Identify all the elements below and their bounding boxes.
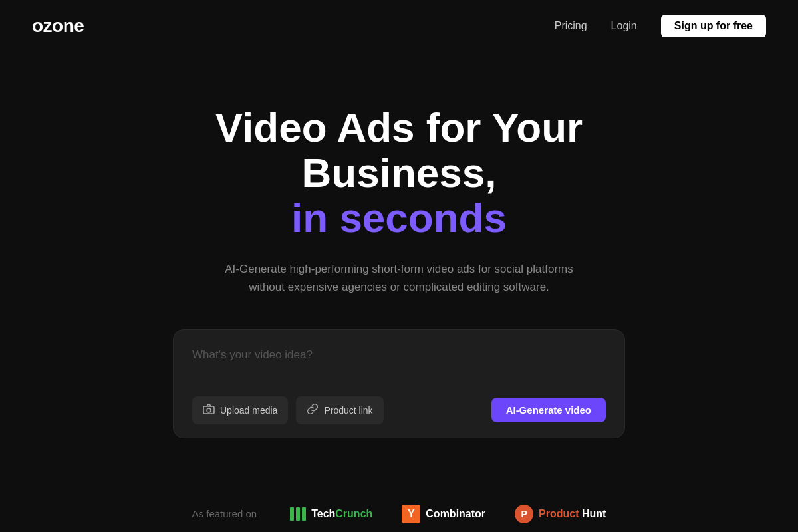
hero-title: Video Ads for Your Business, in seconds <box>133 105 665 241</box>
producthunt-logo: P Product Hunt <box>515 505 606 523</box>
camera-icon <box>203 403 215 418</box>
header: ozone Pricing Login Sign up for free <box>0 0 798 52</box>
techcrunch-logo: TechCrunch <box>289 505 372 523</box>
yc-badge: Y <box>402 505 420 523</box>
ai-generate-button[interactable]: AI-Generate video <box>491 398 606 422</box>
ycombinator-text: Combinator <box>426 508 485 520</box>
svg-rect-2 <box>290 507 294 521</box>
logo[interactable]: ozone <box>32 15 84 37</box>
featured-section: As featured on TechCrunch Y Combinator P… <box>0 505 798 523</box>
svg-rect-3 <box>296 507 300 521</box>
upload-media-label: Upload media <box>220 405 277 416</box>
hero-title-line1: Video Ads for Your Business, <box>215 104 583 196</box>
video-idea-input-box: Upload media Product link AI-Generate vi… <box>173 329 625 438</box>
svg-rect-4 <box>302 507 306 521</box>
ycombinator-logo: Y Combinator <box>402 505 485 523</box>
upload-media-button[interactable]: Upload media <box>192 396 288 424</box>
video-idea-textarea[interactable] <box>192 348 606 382</box>
product-link-label: Product link <box>324 405 372 416</box>
techcrunch-icon <box>289 505 307 523</box>
nav-pricing[interactable]: Pricing <box>555 20 587 32</box>
featured-label: As featured on <box>192 508 257 519</box>
input-actions: Upload media Product link AI-Generate vi… <box>192 396 606 424</box>
hero-title-line2: in seconds <box>291 195 507 241</box>
hero-section: Video Ads for Your Business, in seconds … <box>0 52 798 465</box>
featured-logos: TechCrunch Y Combinator P Product Hunt <box>289 505 606 523</box>
producthunt-text: Product Hunt <box>539 508 606 520</box>
link-icon <box>307 403 319 418</box>
nav-signup[interactable]: Sign up for free <box>661 15 766 37</box>
nav: Pricing Login Sign up for free <box>555 15 766 37</box>
hero-subtitle: AI-Generate high-performing short-form v… <box>206 260 592 296</box>
techcrunch-text: TechCrunch <box>311 508 372 520</box>
ph-badge: P <box>515 505 533 523</box>
product-link-button[interactable]: Product link <box>296 396 383 424</box>
nav-login[interactable]: Login <box>611 20 637 32</box>
svg-point-1 <box>207 408 211 412</box>
